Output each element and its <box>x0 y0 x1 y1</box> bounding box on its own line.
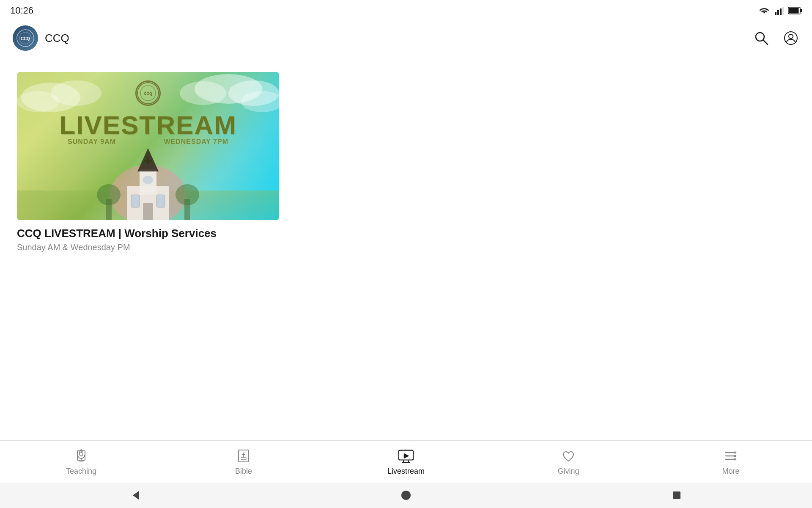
card-title: CCQ LIVESTREAM | Worship Services <box>17 227 279 240</box>
nav-teaching[interactable]: Teaching <box>0 444 162 479</box>
nav-giving-label: Giving <box>557 467 579 476</box>
nav-livestream[interactable]: Livestream <box>325 444 487 479</box>
svg-rect-2 <box>780 8 782 15</box>
profile-button[interactable] <box>782 30 799 47</box>
nav-more[interactable]: More <box>650 444 812 479</box>
app-bar-right <box>753 30 799 47</box>
svg-point-39 <box>176 184 199 205</box>
app-bar-left: CCQ CCQ <box>13 25 69 51</box>
battery-icon <box>788 7 802 14</box>
recents-button[interactable] <box>666 485 687 506</box>
nav-more-label: More <box>722 467 739 476</box>
nav-livestream-label: Livestream <box>387 467 425 476</box>
home-button[interactable] <box>395 485 417 506</box>
svg-point-37 <box>97 184 121 205</box>
svg-rect-3 <box>782 7 784 15</box>
svg-point-60 <box>734 458 736 461</box>
svg-rect-1 <box>777 10 779 15</box>
more-icon <box>722 447 739 464</box>
back-button[interactable] <box>125 485 146 506</box>
bible-icon <box>235 447 252 464</box>
status-icons <box>758 6 802 15</box>
signal-icon <box>775 6 784 15</box>
nav-bible-label: Bible <box>235 467 252 476</box>
status-time: 10:26 <box>10 5 33 16</box>
card-subtitle: Sunday AM & Wednesday PM <box>17 243 279 252</box>
svg-text:CCQ: CCQ <box>21 36 30 41</box>
church-building <box>85 144 211 220</box>
svg-point-41 <box>80 451 82 453</box>
svg-rect-5 <box>789 8 799 14</box>
livestream-icon <box>398 447 414 464</box>
system-nav <box>0 483 812 508</box>
main-content: CCQ LIVESTREAM SUNDAY 9AM WEDNESDAY 7PM <box>0 55 812 440</box>
svg-rect-35 <box>143 176 153 184</box>
ccq-logo-thumb: CCQ <box>135 80 161 106</box>
giving-icon <box>560 447 577 464</box>
svg-marker-51 <box>404 453 409 458</box>
status-bar: 10:26 <box>0 0 812 21</box>
svg-marker-61 <box>133 491 139 500</box>
svg-point-13 <box>789 34 793 39</box>
card-thumbnail: CCQ LIVESTREAM SUNDAY 9AM WEDNESDAY 7PM <box>17 72 279 220</box>
search-button[interactable] <box>753 30 770 47</box>
svg-point-62 <box>401 491 411 500</box>
app-bar: CCQ CCQ <box>0 21 812 55</box>
svg-rect-30 <box>131 195 140 207</box>
livestream-title-text: LIVESTREAM <box>59 110 237 140</box>
nav-teaching-label: Teaching <box>66 467 96 476</box>
app-title: CCQ <box>45 32 69 45</box>
teaching-icon <box>73 447 90 464</box>
bottom-nav: Teaching Bible <box>0 440 812 483</box>
wifi-icon <box>758 6 771 15</box>
app-logo[interactable]: CCQ <box>13 25 38 51</box>
svg-point-58 <box>734 452 736 454</box>
svg-rect-0 <box>775 12 776 15</box>
svg-rect-63 <box>673 491 680 499</box>
livestream-card[interactable]: CCQ LIVESTREAM SUNDAY 9AM WEDNESDAY 7PM <box>17 72 279 252</box>
svg-rect-34 <box>144 160 152 162</box>
svg-rect-31 <box>156 195 165 207</box>
svg-rect-32 <box>143 203 153 220</box>
svg-point-10 <box>756 33 764 41</box>
nav-giving[interactable]: Giving <box>487 444 650 479</box>
svg-rect-6 <box>800 9 802 12</box>
nav-bible[interactable]: Bible <box>162 444 325 479</box>
svg-point-59 <box>734 455 736 457</box>
svg-text:CCQ: CCQ <box>144 91 152 96</box>
svg-line-11 <box>763 40 768 44</box>
